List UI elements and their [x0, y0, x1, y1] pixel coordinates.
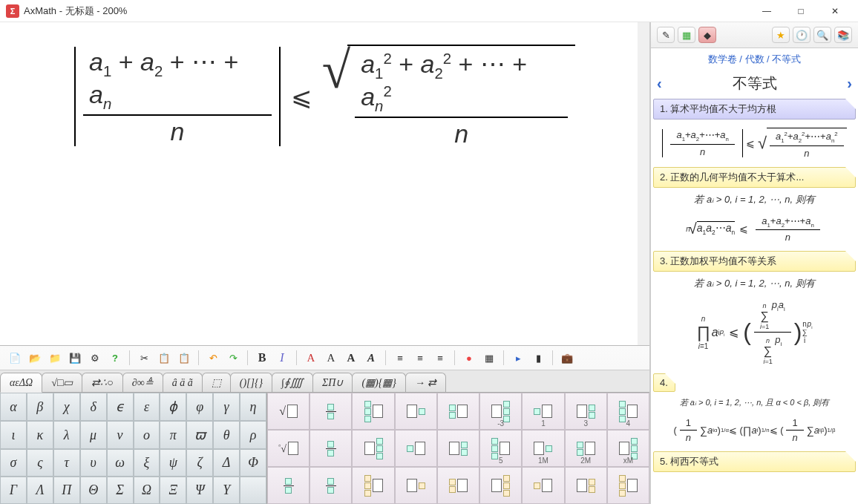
template-button[interactable]: 1M — [522, 430, 564, 467]
font-style-1[interactable]: A — [302, 349, 320, 367]
greek-symbol-button[interactable]: Ξ — [160, 477, 186, 504]
briefcase-button[interactable]: 💼 — [558, 349, 576, 367]
grid-tool-button[interactable]: ▦ — [678, 27, 695, 43]
symbol-tab[interactable]: ∫∮⨌ — [272, 373, 313, 392]
greek-symbol-button[interactable]: τ — [53, 449, 80, 477]
template-button[interactable] — [437, 467, 479, 504]
italic-button[interactable]: I — [273, 349, 291, 367]
greek-symbol-button[interactable]: λ — [53, 421, 80, 449]
greek-symbol-button[interactable]: γ — [213, 393, 240, 421]
greek-symbol-button[interactable]: ρ — [240, 421, 266, 449]
greek-symbol-button[interactable]: ε — [134, 393, 160, 421]
grid-button[interactable]: ▦ — [480, 349, 498, 367]
template-button[interactable] — [395, 467, 437, 504]
greek-symbol-button[interactable]: ς — [27, 449, 53, 477]
align-right-button[interactable]: ≡ — [431, 349, 449, 367]
maximize-button[interactable]: □ — [784, 0, 818, 22]
greek-symbol-button[interactable]: μ — [80, 421, 107, 449]
formula-library-list[interactable]: 1. 算术平均值不大于均方根 a1+a2+⋯+ann ⩽ √a12+a22+⋯+… — [651, 96, 858, 504]
symbol-tab[interactable]: â ä ã — [163, 373, 203, 392]
greek-symbol-button[interactable]: ω — [107, 449, 134, 477]
color-button[interactable]: ● — [460, 349, 478, 367]
greek-symbol-button[interactable]: ζ — [186, 449, 213, 477]
minimize-button[interactable]: — — [750, 0, 784, 22]
template-button[interactable]: 1 — [522, 393, 564, 430]
template-button[interactable]: 4 — [607, 393, 649, 430]
greek-symbol-button[interactable]: δ — [80, 393, 107, 421]
close-button[interactable]: ✕ — [818, 0, 852, 22]
symbol-tab[interactable]: √□▭ — [42, 373, 82, 392]
template-button[interactable]: -3 — [479, 393, 522, 430]
greek-symbol-button[interactable]: ψ — [160, 449, 186, 477]
symbol-tab[interactable]: αεΔΩ — [0, 373, 42, 393]
number-button[interactable]: ▮ — [529, 349, 547, 367]
align-left-button[interactable]: ≡ — [391, 349, 409, 367]
breadcrumb-link[interactable]: 代数 — [745, 53, 764, 65]
star-button[interactable]: ★ — [772, 27, 790, 43]
font-style-4[interactable]: A — [362, 349, 380, 367]
template-button[interactable] — [437, 430, 479, 467]
font-style-2[interactable]: A — [322, 349, 340, 367]
blank-button[interactable]: 📂 — [26, 349, 44, 367]
editor-scrollbar[interactable] — [638, 22, 649, 345]
template-button[interactable] — [352, 430, 394, 467]
template-button[interactable]: ▫√ — [267, 430, 310, 467]
greek-symbol-button[interactable]: φ — [186, 393, 213, 421]
greek-symbol-button[interactable]: π — [160, 421, 186, 449]
symbol-tab[interactable]: (▦){▦} — [352, 373, 406, 392]
cut-button[interactable]: ✂ — [135, 349, 153, 367]
greek-symbol-button[interactable]: Θ — [80, 477, 107, 504]
greek-symbol-button[interactable]: κ — [27, 421, 53, 449]
template-button[interactable] — [352, 393, 394, 430]
greek-symbol-button[interactable]: Γ — [0, 477, 27, 504]
redo-button[interactable]: ↷ — [224, 349, 242, 367]
greek-symbol-button[interactable]: β — [27, 393, 53, 421]
greek-symbol-button[interactable]: χ — [53, 393, 80, 421]
greek-symbol-button[interactable]: ι — [0, 421, 27, 449]
greek-symbol-button[interactable]: υ — [80, 449, 107, 477]
template-button[interactable]: √ — [267, 393, 310, 430]
greek-symbol-button[interactable]: Λ — [27, 477, 53, 504]
library-item-header[interactable]: 2. 正数的几何平均值不大于算术... — [653, 167, 856, 188]
template-button[interactable] — [395, 393, 437, 430]
greek-symbol-button[interactable]: o — [134, 421, 160, 449]
symbol-tab[interactable]: ⇄∴○ — [82, 373, 122, 392]
template-button[interactable] — [310, 430, 352, 467]
undo-button[interactable]: ↶ — [204, 349, 222, 367]
template-button[interactable] — [522, 467, 564, 504]
greek-symbol-button[interactable]: Ψ — [186, 477, 213, 504]
template-button[interactable]: xM — [607, 430, 649, 467]
paste-button[interactable]: 📋 — [175, 349, 193, 367]
symbol-tab[interactable]: ∂∞≜ — [122, 373, 163, 392]
greek-symbol-button[interactable]: Ω — [134, 477, 160, 504]
new-button[interactable]: 📄 — [6, 349, 24, 367]
breadcrumb-link[interactable]: 不等式 — [772, 53, 801, 65]
library-item-header[interactable]: 5. 柯西不等式 — [653, 451, 856, 472]
symbol-tab[interactable]: → ⇄ — [405, 373, 447, 392]
template-button[interactable] — [310, 467, 352, 504]
font-style-3[interactable]: A — [342, 349, 360, 367]
greek-symbol-button[interactable]: Π — [53, 477, 80, 504]
library-item-body[interactable]: n√a1a2⋯an ⩽ a1+a2+⋯+ann — [651, 209, 858, 249]
symbol-tab[interactable]: ()[]{} — [230, 373, 272, 392]
greek-symbol-button[interactable]: θ — [213, 421, 240, 449]
breadcrumb-link[interactable]: 数学卷 — [708, 53, 737, 65]
save-button[interactable]: 💾 — [66, 349, 84, 367]
template-button[interactable] — [310, 393, 352, 430]
next-category-button[interactable]: › — [847, 75, 852, 92]
symbol-tab[interactable]: ΣΠ∪ — [312, 373, 353, 392]
template-button[interactable] — [479, 467, 522, 504]
template-button[interactable] — [395, 430, 437, 467]
template-button[interactable]: 3 — [565, 393, 607, 430]
open-button[interactable]: 📁 — [46, 349, 64, 367]
greek-symbol-button[interactable]: ξ — [134, 449, 160, 477]
play-button[interactable]: ▸ — [509, 349, 527, 367]
greek-symbol-button[interactable]: ν — [107, 421, 134, 449]
greek-symbol-button[interactable] — [240, 477, 266, 504]
greek-symbol-button[interactable]: ϕ — [160, 393, 186, 421]
greek-symbol-button[interactable]: ϖ — [186, 421, 213, 449]
align-center-button[interactable]: ≡ — [411, 349, 429, 367]
greek-symbol-button[interactable]: Φ — [240, 449, 266, 477]
template-button[interactable] — [437, 393, 479, 430]
greek-symbol-button[interactable]: ϵ — [107, 393, 134, 421]
